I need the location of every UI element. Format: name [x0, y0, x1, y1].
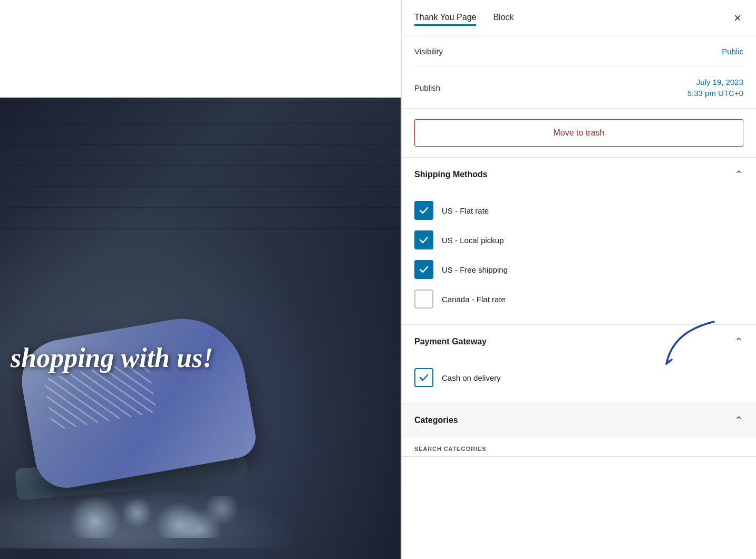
page-settings-section: Visibility Public Publish July 19, 2023 … — [402, 36, 756, 109]
sidebar-header: Thank You Page Block × — [402, 0, 756, 36]
payment-cash-on-delivery-label: Cash on delivery — [442, 373, 501, 382]
publish-row: Publish July 19, 2023 5:33 pm UTC+0 — [414, 67, 743, 108]
payment-cash-on-delivery-checkbox[interactable] — [414, 368, 433, 387]
payment-gateway-content: Cash on delivery — [402, 359, 756, 403]
visibility-row: Visibility Public — [414, 36, 743, 67]
categories-header[interactable]: Categories ⌃ — [402, 403, 756, 437]
shipping-us-local-pickup-item: US - Local pickup — [414, 225, 743, 255]
sidebar-tabs: Thank You Page Block — [414, 11, 531, 26]
shipping-methods-content: US - Flat rate US - Local pickup — [402, 191, 756, 324]
checkmark-icon — [419, 264, 429, 275]
checkmark-icon — [419, 372, 429, 383]
shipping-methods-section: Shipping Methods ⌃ US - Flat rate — [402, 158, 756, 325]
categories-title: Categories — [414, 416, 458, 425]
canvas-overlay-text: shopping with us! — [11, 342, 213, 374]
categories-search-label: SEARCH CATEGORIES — [402, 437, 756, 456]
categories-section: Categories ⌃ SEARCH CATEGORIES — [402, 403, 756, 457]
shipping-methods-header[interactable]: Shipping Methods ⌃ — [402, 158, 756, 191]
move-to-trash-button[interactable]: Move to trash — [414, 119, 743, 147]
shipping-canada-flat-rate-item: Canada - Flat rate — [414, 284, 743, 314]
close-button[interactable]: × — [732, 9, 743, 26]
categories-chevron-icon: ⌃ — [734, 414, 743, 427]
canvas-area: shopping with us! — [0, 0, 401, 559]
shoe-shape — [16, 269, 279, 506]
publish-label: Publish — [414, 83, 440, 92]
tab-block[interactable]: Block — [493, 11, 513, 26]
shipping-methods-title: Shipping Methods — [414, 170, 488, 179]
canvas-image: shopping with us! — [0, 98, 401, 559]
visibility-label: Visibility — [414, 47, 443, 56]
payment-cash-on-delivery-item: Cash on delivery — [414, 363, 743, 392]
shipping-us-flat-rate-label: US - Flat rate — [442, 206, 489, 215]
payment-gateway-title: Payment Gateway — [414, 337, 487, 346]
shipping-us-free-shipping-checkbox[interactable] — [414, 260, 433, 279]
checkmark-icon — [419, 235, 429, 245]
sidebar-content: Visibility Public Publish July 19, 2023 … — [402, 36, 756, 559]
canvas-top-white — [0, 0, 401, 98]
shipping-us-local-pickup-checkbox[interactable] — [414, 230, 433, 249]
tab-thank-you-page[interactable]: Thank You Page — [414, 11, 476, 26]
splash-drops — [53, 496, 264, 538]
publish-value[interactable]: July 19, 2023 5:33 pm UTC+0 — [687, 76, 743, 99]
shipping-us-free-shipping-label: US - Free shipping — [442, 265, 508, 274]
move-to-trash-section: Move to trash — [402, 109, 756, 158]
shipping-canada-flat-rate-label: Canada - Flat rate — [442, 295, 506, 304]
shipping-us-local-pickup-label: US - Local pickup — [442, 236, 504, 245]
shipping-us-free-shipping-item: US - Free shipping — [414, 255, 743, 284]
visibility-value[interactable]: Public — [722, 46, 743, 57]
checkmark-icon — [419, 205, 429, 216]
shipping-canada-flat-rate-checkbox[interactable] — [414, 290, 433, 309]
shipping-us-flat-rate-item: US - Flat rate — [414, 196, 743, 225]
planks-texture — [0, 98, 401, 229]
shipping-us-flat-rate-checkbox[interactable] — [414, 201, 433, 220]
payment-gateway-section: Payment Gateway ⌃ Cash on delivery — [402, 325, 756, 403]
sidebar-panel: Thank You Page Block × Visibility Public… — [402, 0, 756, 559]
shipping-methods-chevron-icon: ⌃ — [734, 168, 743, 181]
payment-gateway-chevron-icon: ⌃ — [734, 335, 743, 348]
payment-gateway-header[interactable]: Payment Gateway ⌃ — [402, 325, 756, 359]
